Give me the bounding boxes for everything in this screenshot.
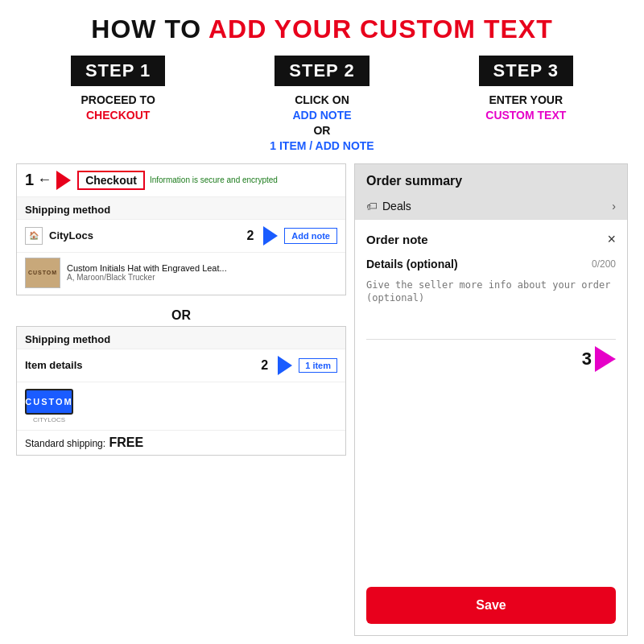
step-3-action: CUSTOM TEXT bbox=[485, 109, 566, 122]
back-arrow: ← bbox=[37, 171, 52, 188]
item-details-label: Item details bbox=[25, 359, 254, 371]
product-description: Custom Initials Hat with Engraved Leat..… bbox=[67, 263, 337, 273]
one-item-button[interactable]: 1 item bbox=[299, 358, 337, 373]
step-1-action: CHECKOUT bbox=[86, 109, 150, 122]
main-container: HOW TO ADD YOUR CUSTOM TEXT STEP 1 PROCE… bbox=[0, 0, 644, 644]
order-summary-title: Order summary bbox=[366, 174, 616, 188]
red-arrow-checkout bbox=[56, 171, 71, 190]
step-2-add-note: ADD NOTE bbox=[292, 109, 351, 122]
shop-item-row: 🏠 CityLocs 2 Add note bbox=[17, 220, 345, 252]
save-button[interactable]: Save bbox=[366, 587, 616, 624]
step-3-desc: ENTER YOURCUSTOM TEXT bbox=[485, 93, 566, 123]
product-thumbnail-1: CUSTOM bbox=[25, 258, 60, 288]
product-subtitle: A, Maroon/Black Trucker bbox=[67, 273, 337, 282]
product-row-1: CUSTOM Custom Initials Hat with Engraved… bbox=[17, 252, 345, 295]
title-highlight: ADD YOUR CUSTOM TEXT bbox=[208, 14, 553, 43]
add-note-button[interactable]: Add note bbox=[284, 228, 337, 244]
step-3-col: STEP 3 ENTER YOURCUSTOM TEXT bbox=[434, 56, 617, 154]
step-2-badge: STEP 2 bbox=[275, 56, 369, 86]
checkout-header: 1 ← Checkout Information is secure and e… bbox=[17, 164, 345, 197]
steps-row: STEP 1 PROCEED TOCHECKOUT STEP 2 CLICK O… bbox=[16, 56, 628, 154]
deals-row: 🏷 Deals › bbox=[366, 195, 616, 213]
citylocs-label: CITYLOCS bbox=[33, 416, 65, 423]
step-2-item-note: 1 ITEM / ADD NOTE bbox=[270, 139, 374, 152]
left-panel: 1 ← Checkout Information is secure and e… bbox=[16, 163, 346, 636]
chevron-right-icon: › bbox=[612, 200, 616, 213]
panels-row: 1 ← Checkout Information is secure and e… bbox=[16, 163, 628, 636]
right-panel: Order summary 🏷 Deals › Order note × Det… bbox=[354, 163, 628, 636]
shipping-method-label-2: Shipping method bbox=[17, 327, 345, 349]
checkout-box-2: Shipping method Item details 2 1 item CU… bbox=[16, 326, 346, 456]
plate-text: CUSTOM bbox=[25, 397, 72, 407]
step-3-badge: STEP 3 bbox=[479, 56, 573, 86]
checkout-label: Checkout bbox=[77, 171, 145, 190]
order-note-top: Order note × bbox=[366, 231, 616, 248]
shop-name: CityLocs bbox=[49, 229, 240, 242]
checkout-box-1: 1 ← Checkout Information is secure and e… bbox=[16, 163, 346, 295]
main-title: HOW TO ADD YOUR CUSTOM TEXT bbox=[91, 14, 552, 44]
item-details-row: Item details 2 1 item bbox=[17, 349, 345, 382]
step-1-badge: STEP 1 bbox=[71, 56, 165, 86]
details-label: Details (optional) bbox=[366, 258, 458, 270]
shipping-row: Standard shipping: FREE bbox=[17, 431, 345, 455]
shipping-label: Standard shipping: bbox=[25, 438, 105, 449]
shop-icon: 🏠 bbox=[25, 227, 43, 245]
deals-label: Deals bbox=[382, 200, 411, 213]
note-textarea[interactable] bbox=[366, 275, 616, 340]
order-note-modal: Order note × Details (optional) 0/200 3 … bbox=[355, 219, 627, 635]
or-separator: OR bbox=[16, 308, 346, 323]
step-1-desc: PROCEED TOCHECKOUT bbox=[81, 93, 155, 123]
shipping-method-label: Shipping method bbox=[17, 197, 345, 220]
order-summary-header: Order summary 🏷 Deals › bbox=[355, 164, 627, 219]
blue-arrow-item bbox=[278, 356, 292, 375]
char-count: 0/200 bbox=[592, 258, 616, 270]
step-num-3: 3 bbox=[582, 349, 592, 369]
shipping-value: FREE bbox=[109, 436, 144, 449]
step3-arrow-row: 3 bbox=[366, 346, 616, 372]
step-num-2a: 2 bbox=[246, 229, 254, 243]
step-1-col: STEP 1 PROCEED TOCHECKOUT bbox=[27, 56, 210, 154]
tag-icon: 🏷 bbox=[366, 200, 378, 213]
product-row-2: CUSTOM CITYLOCS bbox=[17, 382, 345, 431]
close-button[interactable]: × bbox=[607, 231, 616, 248]
magenta-arrow bbox=[595, 346, 616, 372]
step-2-col: STEP 2 CLICK ON ADD NOTE OR 1 ITEM / ADD… bbox=[230, 56, 414, 154]
step-2-desc: CLICK ON ADD NOTE OR 1 ITEM / ADD NOTE bbox=[270, 93, 374, 154]
blue-arrow-add-note bbox=[263, 226, 278, 246]
step-num-2b: 2 bbox=[261, 358, 268, 373]
secure-text: Information is secure and encrypted bbox=[150, 175, 278, 184]
step-num-1: 1 bbox=[25, 171, 34, 189]
custom-plate-thumbnail: CUSTOM bbox=[25, 389, 73, 415]
details-row: Details (optional) 0/200 bbox=[366, 258, 616, 270]
order-note-title: Order note bbox=[366, 233, 428, 246]
title-prefix: HOW TO bbox=[91, 14, 208, 43]
